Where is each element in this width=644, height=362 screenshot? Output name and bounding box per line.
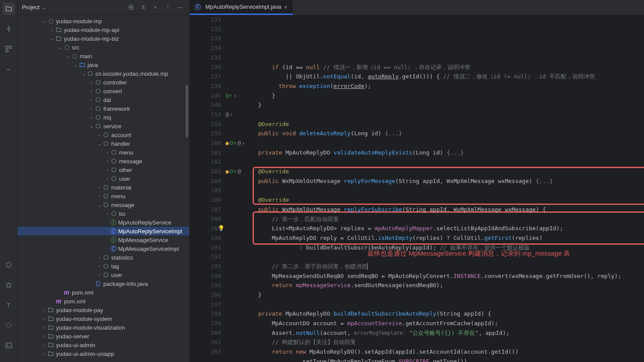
tree-item[interactable]: ⌄service <box>18 122 189 130</box>
svg-point-19 <box>112 159 116 163</box>
tree-item[interactable]: ›yudao-ui-admin <box>18 341 189 349</box>
expand-all-icon[interactable]: ⥮ <box>138 3 148 12</box>
hide-icon[interactable]: — <box>175 3 185 12</box>
tree-item[interactable]: ›yudao-module-visualization <box>18 323 189 332</box>
commit-tool-icon[interactable] <box>3 23 15 35</box>
svg-point-20 <box>112 168 116 172</box>
tree-item[interactable]: ›account <box>18 130 189 139</box>
tree-item[interactable]: IMpAutoReplyService <box>18 218 189 227</box>
tree-item[interactable]: CMpAutoReplyServiceImpl <box>18 227 189 235</box>
options-icon[interactable]: ⋮ <box>163 3 172 12</box>
svg-rect-1 <box>6 46 8 49</box>
project-sidebar: Project ⌄ ⥮ × ⋮ — ⌄▢yudao-module-mp›yuda… <box>18 0 189 362</box>
tree-item[interactable]: ›yudao-module-pay <box>18 306 189 314</box>
tree-item[interactable]: mpom.xml <box>18 288 189 297</box>
tree-item[interactable]: ›bo <box>18 209 189 218</box>
svg-rect-3 <box>6 50 8 52</box>
svg-point-25 <box>112 211 116 216</box>
editor-panel: C MpAutoReplyServiceImpl.java × 13113213… <box>189 0 644 362</box>
code-content[interactable]: 最终也是通过 MpMessageService 构建消息，记录到 mp_mess… <box>225 15 644 362</box>
tree-item[interactable]: ›framework <box>18 104 189 113</box>
build-tool-icon[interactable] <box>3 259 15 271</box>
scrollbar-thumb[interactable] <box>186 85 188 137</box>
svg-point-26 <box>104 255 108 260</box>
editor-tabs: C MpAutoReplyServiceImpl.java × <box>190 0 644 15</box>
svg-point-18 <box>112 150 116 155</box>
project-tool-icon[interactable] <box>3 3 15 15</box>
svg-point-27 <box>104 264 108 268</box>
chevron-down-icon[interactable]: ⌄ <box>42 4 47 11</box>
svg-point-4 <box>7 284 11 287</box>
tree-item[interactable]: ›yudao-module-system <box>18 314 189 323</box>
tree-item[interactable]: ›yudao-module-mp-api <box>18 25 189 34</box>
tree-item[interactable]: ⌄▢src <box>18 43 189 52</box>
tree-item[interactable]: ⌄java <box>18 60 189 69</box>
tree-item[interactable]: ›yudao-ui-admin-uniapp <box>18 349 189 358</box>
tree-item[interactable]: ⌄▢yudao-module-mp <box>18 17 189 25</box>
svg-point-22 <box>104 185 108 190</box>
project-tree[interactable]: ⌄▢yudao-module-mp›yudao-module-mp-api⌄yu… <box>18 15 189 362</box>
structure-tool-icon[interactable] <box>3 43 15 55</box>
tree-item[interactable]: ⌄▢main <box>18 52 189 60</box>
tree-item[interactable]: ›message <box>18 157 189 165</box>
svg-point-9 <box>88 71 92 76</box>
tree-item[interactable]: IMpMessageService <box>18 235 189 244</box>
tree-item[interactable]: ›menu <box>18 192 189 200</box>
svg-rect-2 <box>9 46 11 49</box>
tree-item[interactable]: ⌄message <box>18 200 189 209</box>
tree-item[interactable]: ›menu <box>18 148 189 157</box>
tree-item[interactable]: ⌄yudao-module-mp-biz <box>18 34 189 43</box>
tree-item[interactable]: ›dal <box>18 95 189 104</box>
tree-item[interactable]: ⌄cn.iocoder.yudao.module.mp <box>18 69 189 78</box>
run-tool-icon[interactable]: T <box>3 299 15 311</box>
tree-item[interactable]: mpom.xml <box>18 297 189 306</box>
code-editor[interactable]: 131132133134135136137138O↑›145146@›15315… <box>190 15 644 362</box>
svg-point-12 <box>96 98 100 102</box>
svg-point-24 <box>104 203 108 207</box>
svg-point-5 <box>7 323 11 327</box>
svg-point-10 <box>96 80 100 84</box>
tree-item[interactable]: ›convert <box>18 87 189 95</box>
tab-main-file[interactable]: C MpAutoReplyServiceImpl.java × <box>190 0 293 15</box>
svg-point-21 <box>112 176 116 181</box>
terminal-tool-icon[interactable] <box>3 339 15 351</box>
tree-item[interactable]: ›other <box>18 165 189 174</box>
tree-item[interactable]: ›yudao-server <box>18 332 189 341</box>
tree-item[interactable]: ›mq <box>18 113 189 122</box>
tree-item[interactable]: ›tag <box>18 262 189 271</box>
svg-point-23 <box>104 194 108 198</box>
svg-point-28 <box>104 273 108 277</box>
svg-point-13 <box>96 106 100 111</box>
svg-point-11 <box>96 89 100 93</box>
services-tool-icon[interactable] <box>3 319 15 331</box>
svg-point-16 <box>104 133 108 137</box>
svg-rect-6 <box>6 343 11 348</box>
sidebar-title[interactable]: Project <box>22 4 39 11</box>
select-opened-file-icon[interactable] <box>126 3 136 12</box>
line-gutter[interactable]: 131132133134135136137138O↑›145146@›15315… <box>190 15 225 362</box>
class-icon: C <box>195 4 201 10</box>
tree-item[interactable]: ⌄handler <box>18 139 189 148</box>
close-icon[interactable]: × <box>284 4 287 11</box>
tree-item[interactable]: CMpMessageServiceImpl <box>18 244 189 253</box>
svg-point-17 <box>104 141 108 146</box>
tree-item[interactable]: ›controller <box>18 78 189 87</box>
tab-label: MpAutoReplyServiceImpl.java <box>205 4 281 10</box>
tree-item[interactable]: ›user <box>18 174 189 183</box>
tree-item[interactable]: ›material <box>18 183 189 192</box>
collapse-all-icon[interactable]: × <box>151 3 160 12</box>
svg-point-15 <box>96 124 100 128</box>
more-tool-icon[interactable]: ⋯ <box>3 63 15 75</box>
tree-item[interactable]: package-info.java <box>18 279 189 288</box>
debug-tool-icon[interactable] <box>3 279 15 291</box>
sidebar-header: Project ⌄ ⥮ × ⋮ — <box>18 0 189 15</box>
svg-point-8 <box>130 7 132 8</box>
tree-item[interactable]: ›user <box>18 271 189 279</box>
activity-bar: ⋯ T <box>0 0 18 362</box>
svg-point-14 <box>96 115 100 119</box>
svg-point-0 <box>7 28 10 30</box>
tree-item[interactable]: ›statistics <box>18 253 189 262</box>
